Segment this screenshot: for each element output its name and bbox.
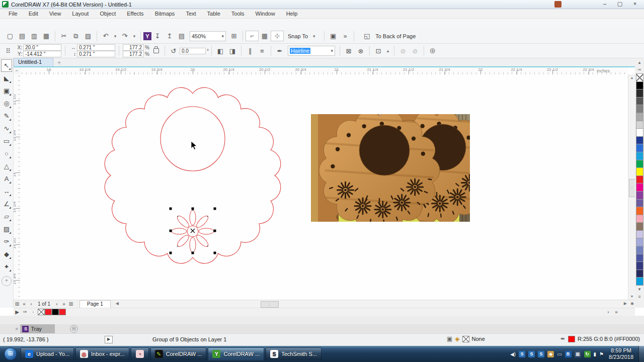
export-icon[interactable]: ↥: [164, 31, 176, 41]
drawing-canvas[interactable]: [20, 74, 628, 300]
tray-close-icon[interactable]: ×: [15, 326, 18, 332]
transparency-tool[interactable]: ▨: [1, 223, 12, 235]
document-tab[interactable]: Untitled-1: [14, 58, 53, 66]
palette-swatch[interactable]: [636, 215, 643, 223]
quick-customize-icon[interactable]: ⊕: [427, 45, 439, 56]
volume-icon[interactable]: ◀): [510, 351, 516, 357]
ellipse-tool[interactable]: ○: [1, 147, 12, 160]
taskbar-button-coreldraw-2[interactable]: YCorelDRAW ...: [208, 347, 264, 360]
menu-view[interactable]: View: [44, 10, 67, 18]
palette-swatch[interactable]: [636, 191, 643, 200]
menu-object[interactable]: Object: [94, 10, 121, 18]
selection-handle[interactable]: [214, 208, 216, 210]
menu-layout[interactable]: Layout: [66, 10, 94, 18]
rotation-angle-field[interactable]: 0.0: [180, 48, 206, 54]
app-s3-icon[interactable]: S: [538, 351, 544, 357]
fullscreen-preview-icon[interactable]: ⊞: [228, 31, 240, 41]
palette-swatch[interactable]: [636, 199, 643, 208]
network-icon[interactable]: ▦: [575, 351, 581, 357]
doc-palette-expand-icon[interactable]: ▶: [14, 309, 21, 315]
tray-tab[interactable]: S Tray: [20, 324, 55, 333]
palette-swatch[interactable]: [636, 183, 643, 192]
palette-scroll-down-icon[interactable]: ▾: [635, 286, 643, 293]
outline-width-dropdown-icon[interactable]: ▾: [331, 48, 333, 53]
menu-bitmaps[interactable]: Bitmaps: [149, 10, 181, 18]
scale-v-field[interactable]: 177.2: [123, 51, 144, 57]
import-icon[interactable]: ↧: [151, 31, 164, 41]
corel-connect-icon[interactable]: Y: [143, 32, 151, 40]
outline-width-combo[interactable]: Hairline ▾: [288, 46, 335, 56]
zoom-tool[interactable]: ◎: [1, 97, 12, 110]
dimension-tool[interactable]: ↔: [1, 185, 12, 198]
tray-add-icon[interactable]: ⊞: [70, 325, 78, 333]
undo-dropdown-icon[interactable]: ▾: [112, 33, 119, 40]
copy-icon[interactable]: ⧉: [70, 31, 82, 41]
open-icon[interactable]: ▤: [16, 31, 28, 41]
pick-tool[interactable]: ↖: [1, 59, 12, 72]
doc-palette-scroll-right-icon[interactable]: ›: [605, 309, 612, 315]
taskbar-button-chrome[interactable]: ◍Inbox - expr...: [75, 347, 129, 360]
palette-swatch-none[interactable]: [636, 73, 643, 82]
scale-h-field[interactable]: 177.2: [123, 44, 144, 51]
text-wrap-icon[interactable]: ⊡: [372, 46, 384, 56]
palette-swatch[interactable]: [636, 246, 643, 254]
navigator-icon[interactable]: ◉: [630, 301, 634, 306]
inner-circle-outline[interactable]: [160, 107, 225, 171]
doc-palette-scroll-left-icon[interactable]: ‹: [30, 309, 37, 315]
selection-handle[interactable]: [170, 230, 172, 232]
remove-fill-icon[interactable]: ⊠: [343, 46, 355, 56]
palette-swatch[interactable]: [636, 175, 643, 184]
object-x-field[interactable]: 20.0 ": [23, 44, 61, 51]
doc-palette-swatch[interactable]: [52, 309, 59, 315]
align-icon[interactable]: ≡: [256, 46, 268, 56]
show-rulers-icon[interactable]: ⌐: [246, 31, 259, 41]
object-height-field[interactable]: 0.271 ": [77, 51, 115, 57]
selection-handle[interactable]: [214, 230, 216, 232]
palette-eyedropper-icon[interactable]: ✑: [635, 66, 643, 74]
menu-tools[interactable]: Tools: [226, 10, 250, 18]
palette-swatch[interactable]: [636, 222, 643, 231]
add-page-end-icon[interactable]: ⊞: [67, 301, 74, 307]
doc-palette-swatch[interactable]: [45, 309, 52, 315]
lock-ratio-icon[interactable]: [153, 48, 159, 53]
selection-handles[interactable]: [170, 208, 216, 254]
interactive-fill-tool[interactable]: ◆: [1, 248, 12, 260]
scroll-right-icon[interactable]: ▶: [624, 301, 627, 306]
document-properties-icon[interactable]: ▣: [447, 335, 452, 342]
taskbar-button-ie[interactable]: eUpload - Yo...: [21, 347, 74, 360]
show-grid-icon[interactable]: ▦: [259, 31, 271, 41]
ruler-origin-button[interactable]: ⌐: [14, 67, 21, 75]
palette-swatch[interactable]: [636, 121, 643, 129]
scalloped-design-group[interactable]: [105, 87, 281, 263]
app-folder-icon[interactable]: ◆: [547, 351, 554, 357]
doc-palette-eyedropper-icon[interactable]: ✑: [22, 309, 29, 315]
object-y-field[interactable]: -14.412 ": [23, 51, 61, 57]
sync-icon[interactable]: ↻: [584, 351, 591, 357]
palette-swatch[interactable]: [636, 254, 643, 262]
new-icon[interactable]: ▢: [4, 31, 16, 41]
color-eyedropper-tool[interactable]: ✑: [1, 235, 12, 248]
menu-window[interactable]: Window: [250, 10, 281, 18]
text-wrap-caret-icon[interactable]: ▴: [384, 47, 391, 54]
add-page-icon[interactable]: ⊞: [14, 301, 21, 307]
palette-swatch[interactable]: [636, 167, 643, 176]
display-icon[interactable]: ▭: [557, 351, 561, 357]
object-width-field[interactable]: 0.271 ": [77, 44, 115, 51]
crop-tool[interactable]: ▣: [1, 84, 12, 97]
doc-palette-overflow-icon[interactable]: »: [613, 309, 620, 315]
selection-handle[interactable]: [170, 208, 172, 210]
palette-swatch[interactable]: [636, 269, 643, 278]
text-tool[interactable]: A: [1, 172, 12, 185]
doc-palette-swatch[interactable]: [38, 309, 45, 315]
show-desktop-button[interactable]: [638, 346, 644, 362]
flower-shape[interactable]: [171, 210, 214, 253]
selection-handle[interactable]: [170, 252, 172, 254]
menu-text[interactable]: Text: [180, 10, 201, 18]
flower-center-circle[interactable]: [187, 226, 198, 237]
options-icon[interactable]: ▣: [327, 31, 339, 41]
selection-handle[interactable]: [192, 252, 194, 254]
palette-swatch[interactable]: [636, 207, 643, 215]
menu-help[interactable]: Help: [281, 10, 303, 18]
freehand-tool[interactable]: ✎: [1, 110, 12, 122]
print-icon[interactable]: ▦: [40, 31, 52, 41]
